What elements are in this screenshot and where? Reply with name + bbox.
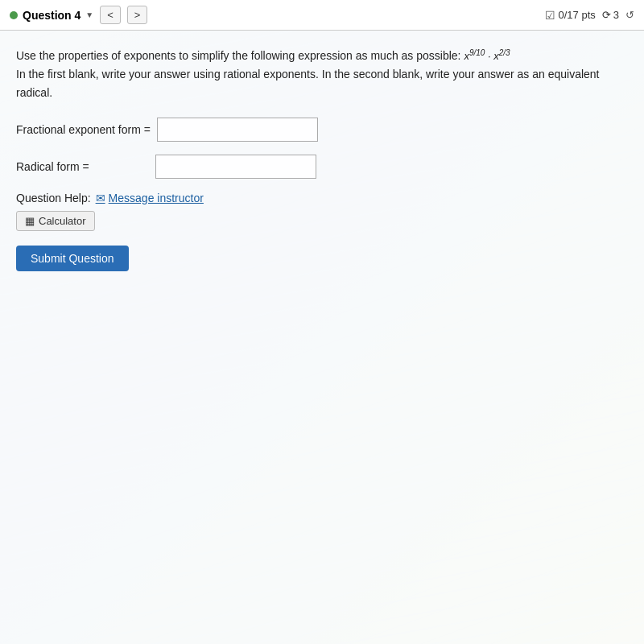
radical-label: Radical form = <box>16 160 149 173</box>
prev-button[interactable]: < <box>100 6 121 24</box>
calculator-icon: ▦ <box>25 215 35 227</box>
help-label: Question Help: <box>16 192 91 204</box>
fractional-form-row: Fractional exponent form = <box>16 118 628 142</box>
fractional-input[interactable] <box>157 118 318 142</box>
calculator-button[interactable]: ▦ Calculator <box>16 211 95 231</box>
question-text-part1: Use the properties of exponents to simpl… <box>16 49 464 62</box>
question-text-part2: In the first blank, write your answer us… <box>16 68 600 98</box>
message-instructor-label: Message instructor <box>109 192 204 204</box>
dropdown-arrow-icon[interactable]: ▼ <box>85 10 93 19</box>
attempts-badge: ⟳ 3 <box>602 9 619 21</box>
calculator-label: Calculator <box>39 215 86 227</box>
points-value: 0/17 pts <box>559 9 596 21</box>
question-title: Question 4 <box>23 9 80 22</box>
question-help-row: Question Help: ✉ Message instructor <box>16 192 628 204</box>
math-expression: x9/10 · x2/3 <box>464 50 510 62</box>
mail-icon: ✉ <box>96 192 105 204</box>
attempts-icon: ⟳ <box>602 9 611 21</box>
attempts-value: 3 <box>613 9 619 21</box>
radical-form-row: Radical form = <box>16 155 628 179</box>
top-bar-right: ☑ 0/17 pts ⟳ 3 ↺ <box>545 9 635 22</box>
checkmark-icon: ☑ <box>545 9 555 22</box>
top-bar: Question 4 ▼ < > ☑ 0/17 pts ⟳ 3 ↺ <box>0 0 644 31</box>
top-bar-left: Question 4 ▼ < > <box>10 6 147 24</box>
status-dot <box>10 11 18 19</box>
next-button[interactable]: > <box>127 6 148 24</box>
refresh-icon[interactable]: ↺ <box>625 9 634 21</box>
question-label: Question 4 ▼ <box>10 9 93 22</box>
message-instructor-link[interactable]: ✉ Message instructor <box>96 192 204 204</box>
main-content: Use the properties of exponents to simpl… <box>0 31 644 644</box>
points-badge: ☑ 0/17 pts <box>545 9 596 22</box>
fractional-label: Fractional exponent form = <box>16 123 151 136</box>
radical-input[interactable] <box>155 155 316 179</box>
question-text: Use the properties of exponents to simpl… <box>16 47 612 101</box>
submit-button[interactable]: Submit Question <box>16 246 129 271</box>
